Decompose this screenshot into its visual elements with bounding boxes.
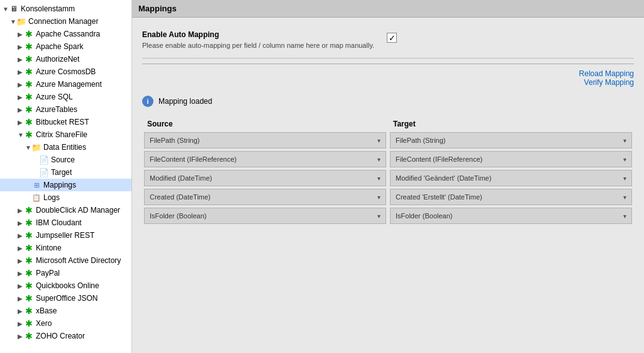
- cosmos-icon: ✱: [24, 67, 34, 77]
- action-links: Reload Mapping Verify Mapping: [142, 69, 634, 87]
- paypal-arrow: ▶: [18, 270, 24, 277]
- source-arrow-0: ▾: [377, 137, 380, 144]
- kintone-label: Kintone: [36, 244, 62, 252]
- logs-label: Logs: [43, 193, 60, 202]
- target-arrow-4: ▾: [623, 213, 626, 220]
- quickbooks-arrow: ▶: [18, 283, 24, 289]
- azuresql-icon: ✱: [24, 92, 34, 102]
- auto-mapping-checkbox[interactable]: ✓: [387, 33, 397, 43]
- sidebar-item-data-entities[interactable]: ▼ 📁 Data Entities: [0, 141, 131, 154]
- reload-mapping-link[interactable]: Reload Mapping: [142, 69, 634, 78]
- doubleclick-arrow: ▶: [18, 207, 24, 214]
- sidebar-item-connection-manager[interactable]: ▼ 📁 Connection Manager: [0, 15, 131, 28]
- jumpseller-icon: ✱: [24, 230, 34, 240]
- paypal-icon: ✱: [24, 268, 34, 278]
- target-label: Target: [51, 168, 72, 177]
- xbase-label: xBase: [36, 306, 57, 315]
- doubleclick-icon: ✱: [24, 205, 34, 215]
- source-dropdown-2[interactable]: Modified (DateTime) ▾: [144, 170, 386, 186]
- sidebar-item-doubleclick[interactable]: ▶ ✱ DoubleClick AD Manager: [0, 204, 131, 216]
- sidebar-item-mappings[interactable]: ▶ ⊞ Mappings: [0, 179, 131, 191]
- sidebar-item-bitbucket-rest[interactable]: ▶ ✱ Bitbucket REST: [0, 116, 131, 128]
- sidebar-item-superoffice[interactable]: ▶ ✱ SuperOffice JSON: [0, 292, 131, 305]
- connection-manager-label: Connection Manager: [28, 17, 98, 26]
- sidebar-item-xbase[interactable]: ▶ ✱ xBase: [0, 305, 131, 317]
- sidebar-item-zoho[interactable]: ▶ ✱ ZOHO Creator: [0, 330, 131, 342]
- main-panel: Mappings Enable Auto Mapping Please enab…: [132, 0, 644, 353]
- target-value-1: FileContent (IFileReference): [396, 155, 482, 163]
- msad-label: Microsoft Active Directory: [36, 256, 121, 265]
- logs-icon: 📋: [31, 193, 42, 203]
- root-arrow: ▼: [3, 6, 9, 13]
- sidebar-item-paypal[interactable]: ▶ ✱ PayPal: [0, 267, 131, 279]
- mappings-label: Mappings: [43, 181, 76, 189]
- sidebar-item-xero[interactable]: ▶ ✱ Xero: [0, 317, 131, 330]
- dataentities-label: Data Entities: [43, 143, 86, 152]
- target-dropdown-1[interactable]: FileContent (IFileReference) ▾: [390, 151, 632, 167]
- verify-mapping-link[interactable]: Verify Mapping: [142, 78, 634, 87]
- sidebar-item-quickbooks[interactable]: ▶ ✱ Quickbooks Online: [0, 279, 131, 292]
- source-value-0: FilePath (String): [150, 137, 199, 144]
- azuremgmt-arrow: ▶: [18, 81, 24, 88]
- azuretables-arrow: ▶: [18, 106, 24, 113]
- azuresql-arrow: ▶: [18, 94, 24, 101]
- sidebar: ▼ 🖥 Konsolenstamm ▼ 📁 Connection Manager…: [0, 0, 132, 353]
- source-dropdown-0[interactable]: FilePath (String) ▾: [144, 132, 386, 148]
- info-icon: i: [142, 96, 153, 107]
- pc-icon: 🖥: [9, 4, 19, 14]
- dataentities-icon: 📁: [31, 142, 42, 152]
- jumpseller-arrow: ▶: [18, 232, 24, 239]
- zoho-arrow: ▶: [18, 333, 24, 340]
- azuretables-icon: ✱: [24, 104, 34, 115]
- sidebar-item-ms-active-dir[interactable]: ▶ ✱ Microsoft Active Directory: [0, 254, 131, 267]
- source-value-4: IsFolder (Boolean): [150, 212, 207, 220]
- target-dropdown-0[interactable]: FilePath (String) ▾: [390, 132, 632, 148]
- main-header: Mappings: [132, 0, 644, 18]
- sidebar-root[interactable]: ▼ 🖥 Konsolenstamm: [0, 3, 131, 15]
- sidebar-item-azure-cosmosdb[interactable]: ▶ ✱ Azure CosmosDB: [0, 65, 131, 78]
- dataentities-arrow: ▼: [25, 144, 31, 151]
- sidebar-item-logs[interactable]: ▶ 📋 Logs: [0, 191, 131, 204]
- auto-mapping-description: Please enable auto-mapping per field / c…: [142, 41, 374, 50]
- target-header: Target: [388, 117, 634, 131]
- target-icon: 📄: [39, 167, 49, 177]
- zoho-icon: ✱: [24, 331, 34, 341]
- target-value-4: IsFolder (Boolean): [396, 212, 453, 220]
- source-dropdown-3[interactable]: Created (DateTime) ▾: [144, 189, 386, 205]
- target-dropdown-4[interactable]: IsFolder (Boolean) ▾: [390, 208, 632, 224]
- sidebar-item-target[interactable]: ▶ 📄 Target: [0, 166, 131, 179]
- sidebar-item-azure-management[interactable]: ▶ ✱ Azure Management: [0, 78, 131, 91]
- sidebar-item-apache-cassandra[interactable]: ▶ ✱ Apache Cassandra: [0, 28, 131, 40]
- status-text: Mapping loaded: [158, 97, 212, 106]
- source-dropdown-1[interactable]: FileContent (IFileReference) ▾: [144, 151, 386, 167]
- source-value-1: FileContent (IFileReference): [150, 155, 236, 163]
- target-dropdown-2[interactable]: Modified 'Geändert' (DateTime) ▾: [390, 170, 632, 186]
- sidebar-item-source[interactable]: ▶ 📄 Source: [0, 154, 131, 166]
- target-dropdown-3[interactable]: Created 'Erstellt' (DateTime) ▾: [390, 189, 632, 205]
- superoffice-arrow: ▶: [18, 295, 24, 302]
- doubleclick-label: DoubleClick AD Manager: [36, 206, 120, 215]
- target-value-0: FilePath (String): [396, 137, 445, 144]
- authnet-arrow: ▶: [18, 56, 24, 63]
- sidebar-item-citrix-sharefile[interactable]: ▼ ✱ Citrix ShareFile: [0, 128, 131, 141]
- sidebar-item-authorizenet[interactable]: ▶ ✱ AuthorizeNet: [0, 53, 131, 65]
- source-dropdown-4[interactable]: IsFolder (Boolean) ▾: [144, 208, 386, 224]
- ibm-icon: ✱: [24, 218, 34, 228]
- xero-arrow: ▶: [18, 320, 24, 327]
- authnet-icon: ✱: [24, 54, 34, 64]
- sidebar-item-jumpseller[interactable]: ▶ ✱ Jumpseller REST: [0, 229, 131, 242]
- sidebar-item-kintone[interactable]: ▶ ✱ Kintone: [0, 242, 131, 254]
- sidebar-item-azure-sql[interactable]: ▶ ✱ Azure SQL: [0, 91, 131, 103]
- sidebar-item-apache-spark[interactable]: ▶ ✱ Apache Spark: [0, 40, 131, 53]
- ibm-label: IBM Cloudant: [36, 218, 82, 227]
- main-header-title: Mappings: [138, 4, 177, 13]
- citrix-icon: ✱: [24, 130, 34, 140]
- sidebar-item-azure-tables[interactable]: ▶ ✱ AzureTables: [0, 103, 131, 116]
- authnet-label: AuthorizeNet: [36, 55, 79, 64]
- sidebar-item-ibm-cloudant[interactable]: ▶ ✱ IBM Cloudant: [0, 216, 131, 229]
- cm-arrow: ▼: [10, 18, 16, 25]
- zoho-label: ZOHO Creator: [36, 332, 85, 340]
- superoffice-icon: ✱: [24, 293, 34, 303]
- quickbooks-label: Quickbooks Online: [36, 281, 99, 290]
- xero-label: Xero: [36, 319, 52, 328]
